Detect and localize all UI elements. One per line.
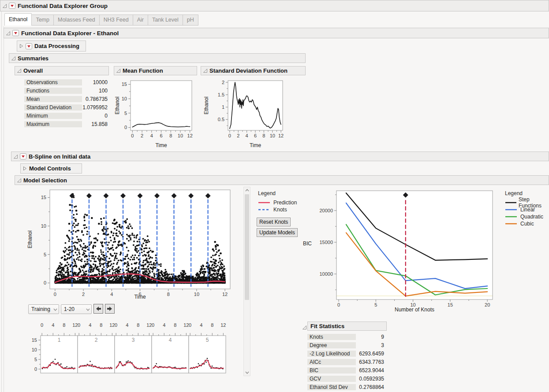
scroll-up-icon[interactable] [244, 187, 250, 193]
legend-line-sample [258, 201, 271, 204]
table-row: -2 Log Likelihood6293.6459 [307, 349, 385, 358]
svg-text:2: 2 [141, 133, 143, 138]
svg-text:4: 4 [110, 292, 113, 297]
arrow-right-icon [107, 306, 113, 311]
bic-plot: 05101520100001500020000Number of KnotsBI… [282, 187, 500, 319]
stat-value: 6523.9044 [356, 367, 385, 374]
svg-text:5: 5 [374, 302, 377, 307]
legend-title: Legend [505, 190, 549, 196]
disclosure-open-icon[interactable] [302, 324, 307, 329]
svg-text:5: 5 [34, 357, 37, 362]
svg-text:4: 4 [150, 133, 153, 138]
disclosure-collapsed-icon[interactable] [19, 44, 24, 48]
overall-table: Observations10000Functions100Mean0.78673… [24, 78, 109, 128]
stat-value: 10000 [82, 79, 108, 85]
svg-text:Ethanol: Ethanol [203, 96, 209, 115]
table-row: Observations10000 [24, 78, 109, 86]
svg-text:12: 12 [222, 292, 228, 297]
tab-nh3-feed[interactable]: NH3 Feed [100, 15, 133, 26]
svg-text:12: 12 [220, 322, 226, 328]
svg-text:5: 5 [124, 111, 127, 116]
red-triangle-menu-icon[interactable] [12, 30, 19, 36]
stat-value: 9 [356, 334, 385, 340]
training-select[interactable]: Training [28, 304, 59, 314]
red-triangle-menu-icon[interactable] [20, 153, 26, 159]
function-range-select[interactable]: 1-20 [61, 304, 92, 314]
overall-title: Overall [23, 67, 43, 74]
function-range-value: 1-20 [64, 306, 75, 312]
disclosure-open-icon[interactable] [116, 68, 121, 73]
svg-text:0: 0 [78, 322, 80, 328]
training-select-value: Training [31, 306, 50, 312]
disclosure-open-icon[interactable] [17, 68, 22, 73]
tab-ethanol[interactable]: Ethanol [4, 13, 32, 26]
svg-text:2: 2 [82, 292, 85, 297]
tab-molasses-feed[interactable]: Molasses Feed [54, 15, 100, 26]
svg-text:20: 20 [485, 302, 490, 307]
bspline-title: B-Spline on Initial data [29, 153, 90, 160]
outline-guide-line [1, 11, 2, 392]
vertical-scrollbar[interactable] [243, 187, 250, 376]
model-selection-title: Model Selection [23, 177, 67, 184]
legend-entry: Step Functions [505, 199, 549, 206]
disclosure-open-icon[interactable] [2, 4, 7, 8]
svg-text:1.5: 1.5 [218, 92, 224, 97]
svg-text:1: 1 [222, 104, 224, 110]
disclosure-open-icon[interactable] [13, 154, 18, 159]
model-controls-title: Model Controls [29, 165, 71, 172]
svg-text:8: 8 [63, 322, 65, 328]
tab-air[interactable]: Air [133, 15, 148, 26]
stat-value: 100 [82, 88, 108, 94]
summaries-title: Summaries [18, 55, 49, 62]
stat-label: Mean [24, 96, 82, 102]
legend-label: Cubic [520, 221, 534, 227]
stat-value: 0.786735 [82, 96, 108, 102]
svg-text:1: 1 [58, 337, 61, 343]
scrollbar-thumb[interactable] [245, 194, 249, 300]
data-processing-band: Data Processing [17, 41, 86, 52]
red-triangle-menu-icon[interactable] [26, 43, 32, 49]
next-page-button[interactable] [105, 304, 115, 314]
group-title: Functional Data Explorer Group [18, 3, 108, 9]
svg-text:0: 0 [34, 366, 37, 372]
disclosure-open-icon[interactable] [203, 68, 208, 73]
disclosure-open-icon[interactable] [11, 56, 16, 61]
previous-page-button[interactable] [93, 304, 103, 314]
disclosure-open-icon[interactable] [6, 31, 11, 36]
tab-bar: EthanolTempMolasses FeedNH3 FeedAirTank … [4, 12, 198, 26]
svg-text:8: 8 [169, 133, 172, 138]
disclosure-collapsed-icon[interactable] [22, 166, 27, 171]
model-selection-plot[interactable]: 024681012051015TimeEthanol [26, 187, 236, 303]
red-triangle-menu-icon[interactable] [9, 3, 15, 9]
chevron-down-icon [53, 306, 57, 312]
table-row: Knots9 [307, 333, 385, 341]
legend-line-sample [505, 215, 518, 218]
mean-function-title: Mean Function [123, 67, 163, 74]
svg-text:8: 8 [174, 322, 176, 328]
svg-text:4: 4 [89, 322, 91, 328]
model-selection-band: Model Selection [15, 175, 549, 185]
fit-statistics-band: Fit Statistics [307, 322, 387, 331]
table-row: BIC6523.9044 [307, 366, 385, 374]
tab-ph[interactable]: pH [183, 15, 198, 26]
stat-label: Functions [24, 88, 82, 94]
table-row: Maximum15.858 [24, 120, 109, 128]
svg-text:10: 10 [122, 96, 127, 101]
summaries-band: Summaries [9, 53, 306, 63]
svg-text:15000: 15000 [319, 240, 333, 245]
group-header-band: Functional Data Explorer Group [0, 0, 549, 11]
tab-temp[interactable]: Temp [32, 15, 54, 26]
svg-text:10: 10 [41, 223, 46, 229]
disclosure-open-icon[interactable] [17, 178, 22, 183]
legend-line-sample [505, 208, 518, 211]
svg-text:20000: 20000 [319, 208, 333, 213]
tab-tank-level[interactable]: Tank Level [148, 15, 183, 26]
svg-text:Ethanol: Ethanol [27, 230, 33, 248]
legend-line-sample [505, 222, 518, 226]
svg-text:0: 0 [228, 133, 231, 138]
bspline-band: B-Spline on Initial data [11, 152, 549, 161]
table-row: Ethanol Std Dev0.2768864 [307, 383, 385, 391]
scroll-down-icon[interactable] [244, 370, 250, 376]
stat-value: 0.0592935 [356, 376, 385, 382]
svg-text:15: 15 [122, 81, 127, 87]
